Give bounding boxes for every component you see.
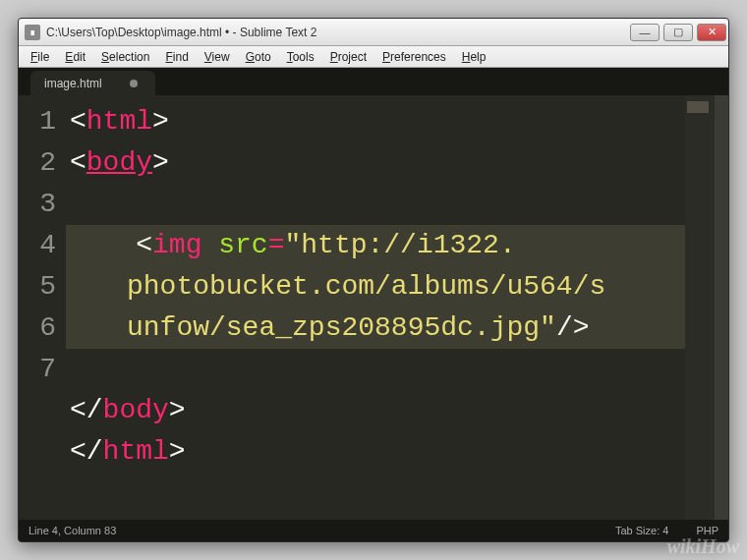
menu-help[interactable]: Help — [454, 48, 494, 66]
menu-selection[interactable]: Selection — [93, 48, 157, 66]
menu-find[interactable]: Find — [157, 48, 196, 66]
code-line: <html> — [70, 101, 685, 142]
line-number: 4 — [19, 225, 56, 266]
line-number: 2 — [19, 142, 56, 184]
minimap-content — [687, 101, 709, 113]
tabbar: image.html — [19, 68, 728, 95]
code-line: <img src="http://i1322. — [70, 225, 685, 266]
tab-size[interactable]: Tab Size: 4 — [615, 525, 668, 536]
code-line — [70, 349, 685, 390]
vertical-scrollbar[interactable] — [715, 95, 728, 520]
code-line: </html> — [70, 431, 685, 473]
menu-goto[interactable]: Goto — [238, 48, 279, 66]
app-window: ∎ C:\Users\Top\Desktop\image.html • - Su… — [18, 18, 729, 542]
menubar: File Edit Selection Find View Goto Tools… — [19, 46, 728, 68]
titlebar[interactable]: ∎ C:\Users\Top\Desktop\image.html • - Su… — [19, 19, 728, 46]
editor[interactable]: 1 2 3 4 5 6 7 <html> <body> <img src="ht… — [19, 95, 728, 520]
line-number: 5 — [19, 266, 56, 308]
window-title: C:\Users\Top\Desktop\image.html • - Subl… — [46, 26, 628, 39]
line-number: 7 — [19, 349, 56, 390]
close-button[interactable]: ✕ — [697, 24, 726, 41]
line-number: 6 — [19, 308, 56, 349]
code-line — [70, 184, 685, 225]
code-line: <body> — [70, 142, 685, 184]
menu-tools[interactable]: Tools — [279, 48, 322, 66]
menu-preferences[interactable]: Preferences — [374, 48, 454, 66]
menu-view[interactable]: View — [197, 48, 238, 66]
code-line: </body> — [70, 390, 685, 431]
line-gutter: 1 2 3 4 5 6 7 — [19, 95, 66, 520]
menu-project[interactable]: Project — [322, 48, 374, 66]
code-line: photobucket.com/albums/u564/s — [70, 266, 685, 308]
tab-label: image.html — [44, 77, 102, 90]
watermark: wikiHow — [667, 535, 739, 558]
minimize-button[interactable]: — — [630, 24, 660, 41]
maximize-button[interactable]: ▢ — [663, 24, 693, 41]
cursor-position[interactable]: Line 4, Column 83 — [29, 525, 116, 536]
app-icon: ∎ — [25, 25, 40, 40]
menu-edit[interactable]: Edit — [57, 48, 93, 66]
code-area[interactable]: <html> <body> <img src="http://i1322. ph… — [66, 95, 685, 520]
line-number: 3 — [19, 184, 56, 225]
minimap[interactable] — [685, 95, 715, 520]
statusbar: Line 4, Column 83 Tab Size: 4 PHP — [19, 520, 728, 541]
tab-image-html[interactable]: image.html — [30, 71, 155, 95]
line-number: 1 — [19, 101, 56, 142]
dirty-indicator-icon — [130, 80, 138, 87]
menu-file[interactable]: File — [23, 48, 57, 66]
code-line: unfow/sea_zps208895dc.jpg"/> — [70, 308, 685, 349]
window-controls: — ▢ ✕ — [628, 24, 728, 41]
